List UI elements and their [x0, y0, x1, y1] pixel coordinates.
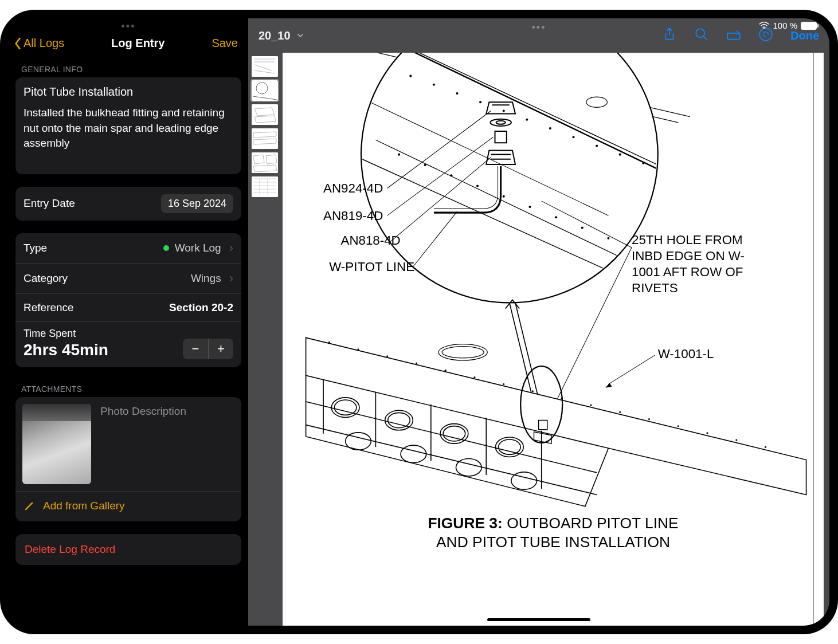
svg-point-50 [503, 383, 504, 385]
document-page-area[interactable]: AN924-4D AN819-4D AN818-4D W-PITOT LINE [281, 53, 829, 626]
pencil-tip-icon [726, 27, 741, 42]
figure-label: FIGURE 3: [428, 515, 502, 532]
svg-point-17 [479, 101, 481, 103]
document-viewer-panel: 100 % ••• 20_10 Done [248, 18, 829, 626]
svg-point-72 [456, 459, 481, 476]
log-entry-panel: ••• All Logs Log Entry Save General Info… [9, 18, 248, 626]
form-scroll[interactable]: General Info Pitot Tube Installation Ins… [9, 60, 248, 626]
svg-point-62 [331, 398, 359, 418]
reference-label: Reference [24, 301, 74, 314]
section-header-attachments: Attachments [15, 380, 241, 397]
stepper-plus-button[interactable]: + [208, 339, 233, 359]
reference-row[interactable]: Reference Section 20-2 [15, 293, 241, 321]
svg-rect-10 [252, 176, 278, 197]
section-header-general: General Info [15, 60, 241, 77]
schematic-drawing: AN924-4D AN819-4D AN818-4D W-PITOT LINE [283, 53, 824, 626]
annotation-an924: AN924-4D [323, 181, 383, 195]
svg-point-47 [416, 363, 417, 364]
svg-point-71 [401, 445, 426, 462]
search-icon [694, 27, 709, 42]
svg-point-14 [409, 75, 412, 77]
doc-body: AN924-4D AN819-4D AN818-4D W-PITOT LINE [248, 53, 829, 626]
time-spent-label: Time Spent [24, 328, 233, 340]
svg-point-20 [549, 127, 551, 129]
svg-point-46 [386, 355, 388, 357]
svg-point-64 [385, 410, 413, 430]
left-toolbar: All Logs Log Entry Save [9, 33, 248, 60]
type-value: Work Log [175, 242, 221, 254]
page-thumbnail[interactable] [252, 104, 278, 125]
svg-point-16 [456, 92, 458, 95]
add-gallery-label: Add from Gallery [43, 500, 125, 512]
reference-value: Section 20-2 [169, 301, 233, 314]
svg-point-30 [528, 206, 531, 208]
figure-caption-1: OUTBOARD PITOT LINE [507, 515, 678, 532]
multitask-dots-icon[interactable]: ••• [532, 22, 546, 34]
svg-point-59 [765, 446, 766, 448]
annotation-w1001: W-1001-L [658, 347, 714, 361]
type-row[interactable]: Type Work Log› [15, 233, 241, 263]
page-thumbnail[interactable] [252, 128, 278, 149]
delete-log-button[interactable]: Delete Log Record [15, 534, 241, 565]
home-indicator[interactable] [487, 618, 590, 621]
attachments-card: Photo Description Add from Gallery [15, 397, 241, 521]
page-thumbnail[interactable] [252, 56, 278, 77]
svg-point-61 [442, 347, 484, 358]
category-row[interactable]: Category Wings› [15, 263, 241, 293]
chevron-right-icon: › [229, 271, 233, 286]
svg-rect-2 [727, 33, 740, 40]
svg-point-24 [642, 162, 644, 164]
svg-point-18 [503, 109, 505, 112]
svg-point-33 [607, 237, 609, 239]
chevron-down-icon[interactable] [296, 32, 304, 40]
svg-point-28 [476, 184, 479, 187]
svg-point-15 [433, 84, 435, 86]
svg-point-70 [346, 433, 371, 450]
annotation-pitot-line: W-PITOT LINE [329, 260, 414, 274]
document-name[interactable]: 20_10 [259, 29, 291, 42]
svg-point-65 [388, 413, 410, 427]
page-thumbnails [248, 53, 281, 626]
pencil-icon [24, 500, 35, 512]
general-info-card: Pitot Tube Installation Installed the bu… [15, 77, 241, 174]
svg-point-0 [763, 28, 765, 29]
search-button[interactable] [694, 27, 709, 44]
share-button[interactable] [662, 27, 677, 44]
svg-point-69 [499, 439, 521, 454]
entry-date-row[interactable]: Entry Date 16 Sep 2024 [15, 187, 241, 221]
multitask-dots-icon[interactable]: ••• [9, 18, 248, 33]
add-from-gallery-button[interactable]: Add from Gallery [15, 491, 241, 515]
svg-line-43 [608, 355, 655, 384]
svg-point-68 [496, 437, 524, 457]
svg-point-19 [526, 119, 528, 121]
svg-point-25 [398, 154, 400, 156]
wifi-icon [759, 22, 769, 30]
svg-point-29 [503, 195, 505, 198]
battery-percent: 100 % [773, 21, 797, 30]
share-icon [662, 27, 677, 42]
svg-point-53 [590, 405, 592, 406]
stepper-minus-button[interactable]: − [183, 339, 208, 359]
page-thumbnail[interactable] [252, 152, 278, 173]
save-button[interactable]: Save [212, 37, 238, 50]
markup-button[interactable] [726, 27, 741, 44]
svg-point-32 [581, 227, 584, 229]
annotation-hole-note: 25TH HOLE FROM INBD EDGE ON W-1001 AFT R… [632, 232, 765, 296]
done-button[interactable]: Done [790, 29, 819, 42]
attachment-thumbnail[interactable] [22, 404, 91, 484]
entry-body-input[interactable]: Installed the bulkhead fitting and retai… [24, 105, 233, 151]
status-bar: 100 % [759, 21, 817, 30]
ipad-frame: ••• All Logs Log Entry Save General Info… [0, 10, 838, 634]
entry-title-input[interactable]: Pitot Tube Installation [24, 85, 233, 99]
svg-point-31 [555, 216, 557, 218]
document-page: AN924-4D AN819-4D AN818-4D W-PITOT LINE [283, 53, 824, 626]
back-button[interactable]: All Logs [13, 37, 64, 50]
figure-caption-2: AND PITOT TUBE INSTALLATION [436, 533, 670, 551]
entry-date-value[interactable]: 16 Sep 2024 [161, 194, 233, 213]
photo-description-input[interactable]: Photo Description [100, 404, 186, 484]
page-thumbnail[interactable] [252, 176, 278, 197]
svg-point-67 [443, 426, 465, 441]
page-thumbnail[interactable] [252, 80, 278, 101]
entry-date-card: Entry Date 16 Sep 2024 [15, 187, 241, 221]
svg-point-22 [596, 144, 598, 147]
